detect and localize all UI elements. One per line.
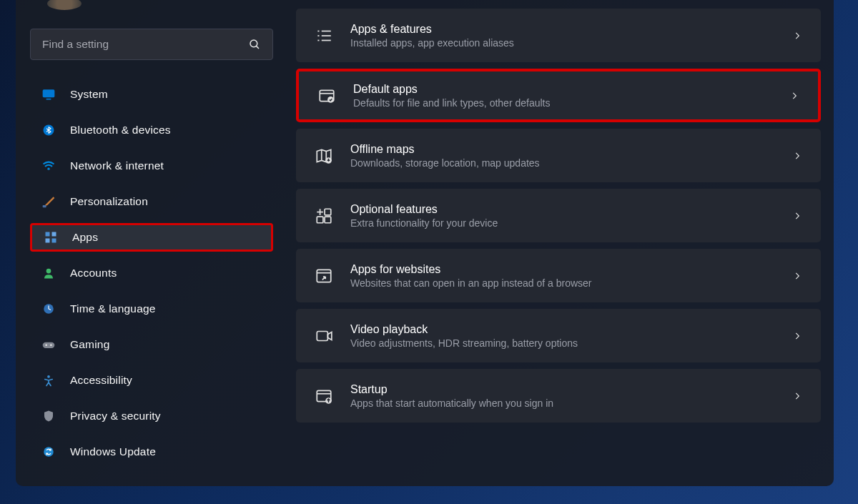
sidebar-item-label: Personalization bbox=[70, 195, 148, 208]
chevron-right-icon bbox=[789, 91, 799, 101]
list-icon bbox=[315, 26, 333, 45]
sidebar-item-label: Accessibility bbox=[70, 374, 132, 387]
svg-rect-10 bbox=[52, 239, 56, 243]
card-optional-features[interactable]: Optional features Extra functionality fo… bbox=[296, 189, 821, 242]
svg-rect-32 bbox=[325, 217, 331, 223]
startup-icon bbox=[315, 387, 333, 405]
card-startup[interactable]: Startup Apps that start automatically wh… bbox=[296, 369, 821, 423]
display-icon bbox=[41, 87, 56, 102]
card-desc: Apps that start automatically when you s… bbox=[350, 397, 792, 409]
sidebar-item-label: System bbox=[70, 88, 108, 101]
paintbrush-icon bbox=[41, 194, 56, 209]
svg-point-5 bbox=[47, 168, 49, 170]
sidebar-item-label: Apps bbox=[72, 231, 98, 244]
card-desc: Installed apps, app execution aliases bbox=[350, 37, 792, 49]
svg-rect-2 bbox=[43, 89, 55, 97]
main-content: Apps & features Installed apps, app exec… bbox=[293, 0, 834, 486]
avatar-row bbox=[30, 0, 273, 13]
svg-point-15 bbox=[50, 345, 52, 347]
svg-rect-37 bbox=[317, 331, 327, 340]
sidebar-item-time[interactable]: Time & language bbox=[30, 295, 273, 323]
card-title: Apps & features bbox=[350, 23, 792, 36]
sidebar-item-accessibility[interactable]: Accessibility bbox=[30, 366, 273, 395]
chevron-right-icon bbox=[792, 31, 802, 41]
card-desc: Video adjustments, HDR streaming, batter… bbox=[350, 337, 792, 349]
chevron-right-icon bbox=[792, 211, 802, 221]
shield-icon bbox=[41, 409, 56, 423]
card-video-playback[interactable]: Video playback Video adjustments, HDR st… bbox=[296, 309, 821, 362]
sidebar-item-label: Time & language bbox=[70, 302, 156, 315]
window-link-icon bbox=[315, 267, 333, 285]
card-title: Video playback bbox=[350, 323, 792, 336]
chevron-right-icon bbox=[792, 151, 802, 161]
chevron-right-icon bbox=[792, 331, 802, 341]
card-text: Offline maps Downloads, storage location… bbox=[350, 143, 792, 169]
settings-window: System Bluetooth & devices Network & int… bbox=[16, 0, 834, 486]
svg-rect-31 bbox=[317, 217, 323, 223]
sidebar-item-network[interactable]: Network & internet bbox=[30, 152, 273, 180]
sidebar-item-system[interactable]: System bbox=[30, 80, 273, 109]
sidebar-item-personalization[interactable]: Personalization bbox=[30, 187, 273, 216]
card-apps-features[interactable]: Apps & features Installed apps, app exec… bbox=[296, 9, 821, 62]
svg-rect-3 bbox=[46, 99, 51, 100]
search-input[interactable] bbox=[42, 38, 228, 51]
gamepad-icon bbox=[41, 337, 56, 352]
svg-rect-9 bbox=[46, 239, 50, 243]
sidebar-item-label: Windows Update bbox=[70, 445, 156, 458]
svg-line-1 bbox=[256, 46, 259, 49]
card-text: Apps & features Installed apps, app exec… bbox=[350, 23, 792, 49]
card-title: Apps for websites bbox=[350, 263, 792, 276]
clock-globe-icon bbox=[41, 302, 56, 316]
svg-point-14 bbox=[45, 345, 46, 347]
nav-list: System Bluetooth & devices Network & int… bbox=[30, 80, 273, 473]
chevron-right-icon bbox=[792, 391, 802, 401]
card-text: Apps for websites Websites that can open… bbox=[350, 263, 792, 289]
user-avatar[interactable] bbox=[47, 0, 82, 10]
svg-point-16 bbox=[47, 375, 50, 378]
sidebar-item-privacy[interactable]: Privacy & security bbox=[30, 402, 273, 430]
person-icon bbox=[41, 266, 56, 280]
sidebar-item-bluetooth[interactable]: Bluetooth & devices bbox=[30, 116, 273, 144]
card-title: Startup bbox=[350, 383, 792, 396]
card-text: Optional features Extra functionality fo… bbox=[350, 203, 792, 229]
chevron-right-icon bbox=[792, 271, 802, 281]
card-desc: Downloads, storage location, map updates bbox=[350, 157, 792, 169]
card-default-apps[interactable]: Default apps Defaults for file and link … bbox=[296, 69, 821, 122]
card-offline-maps[interactable]: Offline maps Downloads, storage location… bbox=[296, 129, 821, 182]
card-title: Optional features bbox=[350, 203, 792, 216]
sync-icon bbox=[41, 445, 56, 459]
sidebar: System Bluetooth & devices Network & int… bbox=[16, 0, 293, 486]
card-desc: Websites that can open in an app instead… bbox=[350, 277, 792, 289]
svg-point-11 bbox=[46, 269, 51, 274]
card-desc: Extra functionality for your device bbox=[350, 217, 792, 229]
svg-rect-7 bbox=[46, 232, 50, 237]
default-apps-icon bbox=[317, 87, 336, 105]
search-box[interactable] bbox=[30, 29, 273, 60]
svg-rect-30 bbox=[325, 209, 331, 215]
card-title: Default apps bbox=[353, 83, 789, 96]
sidebar-item-gaming[interactable]: Gaming bbox=[30, 330, 273, 359]
wifi-icon bbox=[41, 159, 56, 173]
svg-point-0 bbox=[250, 40, 257, 47]
sidebar-item-update[interactable]: Windows Update bbox=[30, 438, 273, 466]
sidebar-item-label: Gaming bbox=[70, 338, 109, 351]
card-apps-for-websites[interactable]: Apps for websites Websites that can open… bbox=[296, 249, 821, 302]
accessibility-icon bbox=[41, 373, 56, 387]
sidebar-item-accounts[interactable]: Accounts bbox=[30, 259, 273, 287]
card-text: Video playback Video adjustments, HDR st… bbox=[350, 323, 792, 349]
svg-rect-6 bbox=[43, 205, 46, 207]
bluetooth-icon bbox=[41, 123, 56, 137]
card-text: Default apps Defaults for file and link … bbox=[353, 83, 789, 109]
video-icon bbox=[315, 327, 333, 345]
search-icon bbox=[248, 38, 261, 51]
map-icon bbox=[315, 147, 333, 165]
sidebar-item-label: Bluetooth & devices bbox=[70, 124, 171, 137]
sidebar-item-label: Network & internet bbox=[70, 159, 164, 172]
sidebar-item-apps[interactable]: Apps bbox=[30, 223, 273, 252]
svg-rect-13 bbox=[43, 342, 55, 348]
card-list: Apps & features Installed apps, app exec… bbox=[296, 9, 821, 423]
card-text: Startup Apps that start automatically wh… bbox=[350, 383, 792, 409]
card-title: Offline maps bbox=[350, 143, 792, 156]
svg-rect-35 bbox=[317, 270, 331, 282]
svg-point-17 bbox=[44, 447, 54, 457]
